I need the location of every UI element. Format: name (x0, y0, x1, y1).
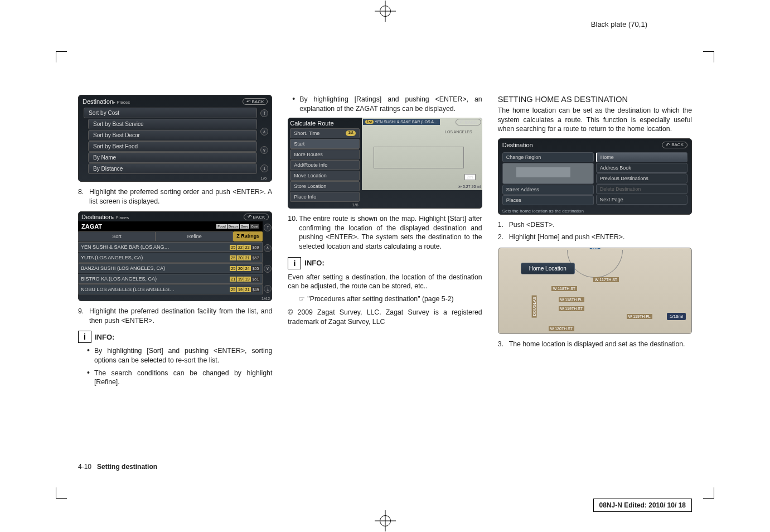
crop-mark-tr (703, 51, 714, 62)
menu-item[interactable]: Move Location (290, 171, 359, 181)
scroll-top-icon[interactable]: ⤒ (260, 109, 268, 117)
menu-item[interactable]: Sort by Cost (84, 108, 257, 118)
zagat-logo: ZAGAT (81, 223, 102, 230)
back-button[interactable]: BACK (244, 214, 269, 220)
scroll-down-icon[interactable]: ∨ (264, 265, 272, 273)
rating-column-headers: Food Decor Serv Cost (216, 224, 259, 229)
menu-item[interactable]: Address Book (596, 163, 687, 173)
distance-bubble: 2mi (464, 174, 475, 180)
menu-item[interactable]: Place Info (290, 192, 359, 202)
region-map[interactable] (502, 163, 594, 184)
register-mark-bottom (374, 510, 396, 532)
list-item[interactable]: YUTA (LOS ANGELES, CA) 252021$57 (78, 253, 263, 263)
step-3: 3. The home location is displayed and se… (498, 340, 692, 349)
list-counter: 1/42 (259, 295, 273, 301)
map-city-label: LOS ANGELES (445, 130, 472, 134)
info-icon (288, 257, 301, 269)
z-ratings-button[interactable]: Z Ratings (233, 231, 263, 241)
destination-label: 1stYEN SUSHI & SAKE BAR (LOS A… (363, 119, 440, 125)
menu-item[interactable]: Sort by Best Service (88, 119, 257, 129)
street-label: W 120TH ST (549, 326, 574, 331)
column-3: SETTING HOME AS DESTINATION The home loc… (498, 95, 692, 390)
street-label: W 119TH ST (559, 306, 584, 311)
scroll-bottom-icon[interactable]: ⤓ (264, 285, 272, 293)
scroll-bottom-icon[interactable]: ⤓ (260, 165, 268, 172)
screenshot-home-map: 119 Home Location W 117TH ST W 118TH ST … (498, 248, 692, 334)
menu-item[interactable]: By Name (88, 152, 257, 163)
menu-item[interactable]: By Distance (88, 163, 257, 174)
info-callout: INFO: (288, 257, 482, 269)
menu-item[interactable]: Start (290, 139, 359, 149)
column-1: Destination▸ Places BACK Sort by Cost So… (78, 95, 272, 390)
column-2: By highlighting [Ratings] and pushing <E… (288, 95, 482, 390)
menu-item-disabled: Delete Destination (596, 184, 687, 194)
map-view[interactable]: BACK 1stYEN SUSHI & SAKE BAR (LOS A… LOS… (362, 118, 482, 190)
scroll-top-icon[interactable]: ⤒ (264, 224, 272, 231)
info-bullet: By highlighting [Sort] and pushing <ENTE… (87, 346, 272, 365)
pointer-icon (299, 295, 307, 303)
menu-item[interactable]: Street Address (502, 185, 594, 195)
scroll-up-icon[interactable]: ∧ (264, 244, 272, 252)
section-heading: SETTING HOME AS DESTINATION (498, 95, 692, 104)
list-counter: 1/6 (290, 202, 359, 207)
step-9: 9. Highlight the preferred destination f… (78, 307, 272, 325)
street-label: W 118TH PL (559, 297, 584, 302)
menu-item[interactable]: Sort by Best Decor (88, 130, 257, 141)
intro-paragraph: The home location can be set as the dest… (498, 106, 692, 134)
menu-item[interactable]: Previous Destinations (596, 173, 687, 183)
info-bullet: By highlighting [Ratings] and pushing <E… (292, 95, 482, 113)
menu-item[interactable]: Sort by Best Food (88, 141, 257, 152)
menu-item[interactable]: More Routes (290, 149, 359, 159)
menu-item-home[interactable]: Home (596, 152, 687, 162)
list-item[interactable]: YEN SUSHI & SAKE BAR (LOS ANG… 252223$69 (78, 242, 263, 252)
bearing-badge: 119 (589, 248, 600, 249)
page-footer: 4-10 Setting destination (78, 463, 157, 471)
list-counter: 1/6 (258, 175, 269, 181)
street-label: DOUGLAS (531, 295, 536, 317)
street-label: W 119TH PL (627, 314, 652, 319)
crop-mark-br (703, 487, 714, 499)
header-plate-label: Black plate (70,1) (591, 20, 647, 28)
street-label: W 117TH ST (593, 277, 619, 282)
page-content: Destination▸ Places BACK Sort by Cost So… (78, 95, 692, 390)
screen-title: Destination▸ Places (83, 98, 130, 105)
back-button[interactable]: BACK (662, 142, 687, 148)
map-scale: ≫ 0:27 20 mi (458, 185, 481, 189)
document-id: 08NJ-N Edited: 2010/ 10/ 18 (593, 499, 692, 512)
crop-mark-tl (56, 51, 67, 62)
menu-item[interactable]: Short. Time1st (290, 128, 359, 138)
list-item[interactable]: BISTRO KA (LOS ANGELES, CA) 211919$51 (78, 274, 263, 284)
crossref: "Procedures after setting destination" (… (299, 294, 482, 304)
list-item[interactable]: BANZAI SUSHI (LOS ANGELES, CA) 252024$55 (78, 263, 263, 273)
info-callout: INFO: (78, 331, 272, 343)
refine-button[interactable]: Refine (156, 231, 233, 241)
list-item[interactable]: NOBU LOS ANGELES (LOS ANGELES… 251921$49 (78, 284, 263, 294)
hint-text: Sets the home location as the destinatio… (501, 207, 689, 214)
screen-title: Destination (502, 142, 533, 148)
menu-item[interactable]: Places (502, 195, 594, 205)
screenshot-destination-menu: Destination BACK Change Region Street Ad… (498, 138, 692, 215)
info-paragraph: Even after setting a destination, the lo… (288, 273, 482, 291)
info-icon (78, 331, 91, 343)
screen-title: Calculate Route (290, 120, 333, 127)
menu-item[interactable]: Add/Route Info (290, 160, 359, 170)
back-button[interactable]: BACK (456, 119, 481, 125)
step-10: 10. The entire route is shown on the map… (288, 214, 482, 251)
screenshot-zagat-list: Destination▸ Places BACK ZAGAT Food Deco… (78, 211, 272, 301)
menu-item[interactable]: Next Page (596, 195, 687, 205)
info-bullet: The search conditions can be changed by … (87, 369, 272, 387)
register-mark-top (374, 0, 396, 22)
scroll-down-icon[interactable]: ∨ (260, 146, 268, 154)
sort-button[interactable]: Sort (78, 231, 156, 241)
distance-badge: 1/16mi (667, 313, 686, 320)
menu-item[interactable]: Change Region (502, 152, 594, 162)
step-2: 2. Highlight [Home] and push <ENTER>. (498, 233, 692, 242)
back-button[interactable]: BACK (243, 98, 268, 105)
screenshot-sort-menu: Destination▸ Places BACK Sort by Cost So… (78, 95, 272, 182)
screen-title: Destination▸ Places (81, 214, 129, 220)
crop-mark-bl (56, 487, 67, 499)
scroll-up-icon[interactable]: ∧ (260, 128, 268, 136)
screenshot-calculate-route: Calculate Route Short. Time1st Start Mor… (288, 118, 482, 209)
menu-item[interactable]: Store Location (290, 181, 359, 191)
step-1: 1. Push <DEST>. (498, 220, 692, 230)
